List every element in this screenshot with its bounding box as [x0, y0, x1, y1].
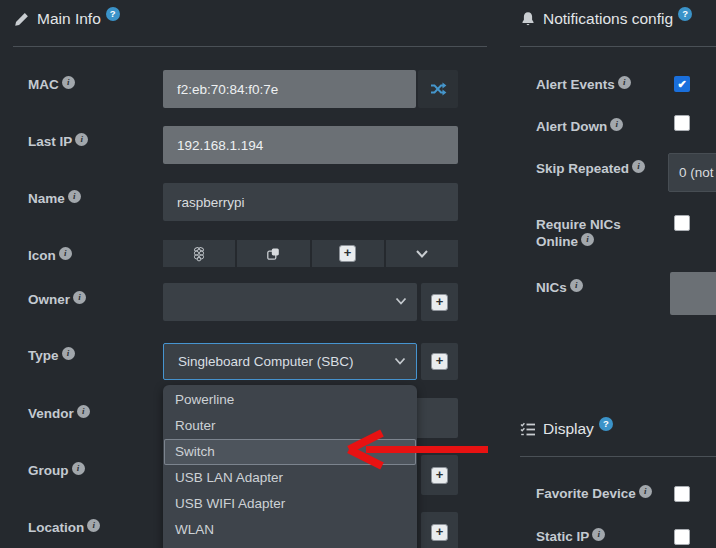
tasks-list-icon	[520, 422, 536, 437]
bell-icon	[520, 11, 536, 27]
info-icon[interactable]: i	[62, 347, 75, 360]
add-type-button[interactable]: +	[421, 343, 458, 380]
alert-down-label: Alert Downi	[536, 118, 623, 135]
location-label: Locationi	[28, 519, 100, 536]
plus-icon: +	[431, 353, 448, 370]
info-icon[interactable]: i	[62, 76, 75, 89]
help-icon[interactable]: ?	[599, 417, 613, 431]
chevron-down-icon	[395, 297, 407, 306]
add-location-button[interactable]: +	[421, 512, 458, 548]
owner-row: +	[163, 283, 458, 321]
skip-repeated-value: 0 (not	[679, 165, 714, 180]
info-icon[interactable]: i	[570, 279, 583, 292]
raspberry-pi-icon	[191, 246, 207, 262]
section-divider	[13, 46, 487, 47]
dropdown-option-wlan[interactable]: WLAN	[163, 517, 417, 543]
device-edit-screen: Main Info ? MACi Last IPi Namei Iconi Ow…	[0, 0, 716, 548]
require-nics-online-label: Require NICsOnlinei	[536, 216, 621, 250]
copy-icon-button[interactable]	[235, 240, 309, 267]
chevron-down-icon	[394, 357, 406, 366]
favorite-device-label: Favorite Devicei	[536, 485, 652, 502]
check-icon: ✔	[677, 76, 686, 92]
plus-icon: +	[431, 524, 448, 541]
help-icon[interactable]: ?	[106, 7, 120, 21]
expand-icons-button[interactable]	[384, 240, 458, 267]
dropdown-option-powerline[interactable]: Powerline	[163, 387, 417, 413]
randomize-mac-button[interactable]	[418, 70, 458, 108]
skip-repeated-select[interactable]: 0 (not	[668, 153, 716, 192]
help-icon[interactable]: ?	[678, 7, 692, 21]
alert-events-label: Alert Eventsi	[536, 76, 631, 93]
plus-icon: +	[339, 245, 356, 262]
name-input[interactable]: raspberrypi	[163, 183, 458, 221]
mac-input[interactable]: f2:eb:70:84:f0:7e	[163, 70, 416, 108]
type-row: Singleboard Computer (SBC) +	[163, 343, 458, 380]
last-ip-row: 192.168.1.194	[163, 126, 458, 164]
red-arrow-annotation	[340, 428, 490, 472]
info-icon[interactable]: i	[59, 247, 72, 260]
current-icon-button[interactable]	[163, 240, 235, 267]
add-icon-button[interactable]: +	[310, 240, 384, 267]
info-icon[interactable]: i	[75, 133, 88, 146]
type-select-value: Singleboard Computer (SBC)	[178, 354, 354, 369]
icon-label: Iconi	[28, 247, 72, 264]
owner-select[interactable]	[163, 283, 417, 321]
alert-down-checkbox[interactable]: ✔	[674, 115, 690, 131]
group-label: Groupi	[28, 462, 85, 479]
info-icon[interactable]: i	[72, 462, 85, 475]
vendor-label: Vendori	[28, 405, 90, 422]
section-divider	[520, 456, 716, 457]
notifications-config-header: Notifications config ?	[520, 10, 692, 28]
mac-label: MACi	[28, 76, 75, 93]
last-ip-input[interactable]: 192.168.1.194	[163, 126, 458, 164]
mac-row: f2:eb:70:84:f0:7e	[163, 70, 458, 108]
chevron-down-icon	[415, 249, 429, 259]
info-icon[interactable]: i	[581, 233, 594, 246]
name-label: Namei	[28, 190, 81, 207]
last-ip-label: Last IPi	[28, 133, 88, 150]
owner-label: Owneri	[28, 291, 86, 308]
notifications-config-title: Notifications config	[543, 10, 673, 28]
info-icon[interactable]: i	[639, 485, 652, 498]
nics-label: NICsi	[536, 279, 583, 296]
dropdown-option-usb-wifi-adapter[interactable]: USB WIFI Adapter	[163, 491, 417, 517]
nics-input[interactable]	[670, 272, 716, 315]
name-row: raspberrypi	[163, 183, 458, 221]
pencil-icon	[14, 11, 30, 27]
skip-repeated-label: Skip Repeatedi	[536, 160, 645, 177]
display-header: Display ?	[520, 420, 613, 438]
type-label: Typei	[28, 347, 75, 364]
main-info-header: Main Info ?	[14, 10, 120, 28]
section-divider	[520, 46, 716, 47]
info-icon[interactable]: i	[632, 160, 645, 173]
main-info-title: Main Info	[37, 10, 101, 28]
type-select[interactable]: Singleboard Computer (SBC)	[163, 343, 417, 380]
shuffle-icon	[429, 80, 447, 98]
display-title: Display	[543, 420, 594, 438]
info-icon[interactable]: i	[73, 291, 86, 304]
info-icon[interactable]: i	[610, 118, 623, 131]
copy-icon	[265, 246, 281, 262]
icon-toolbar: +	[163, 240, 458, 267]
alert-events-checkbox[interactable]: ✔	[674, 76, 690, 92]
info-icon[interactable]: i	[68, 190, 81, 203]
static-ip-checkbox[interactable]: ✔	[674, 529, 690, 545]
info-icon[interactable]: i	[618, 76, 631, 89]
plus-icon: +	[431, 294, 448, 311]
static-ip-label: Static IPi	[536, 528, 605, 545]
favorite-device-checkbox[interactable]: ✔	[674, 486, 690, 502]
info-icon[interactable]: i	[87, 519, 100, 532]
info-icon[interactable]: i	[592, 528, 605, 541]
add-owner-button[interactable]: +	[421, 283, 458, 321]
require-nics-online-checkbox[interactable]: ✔	[674, 215, 690, 231]
info-icon[interactable]: i	[77, 405, 90, 418]
